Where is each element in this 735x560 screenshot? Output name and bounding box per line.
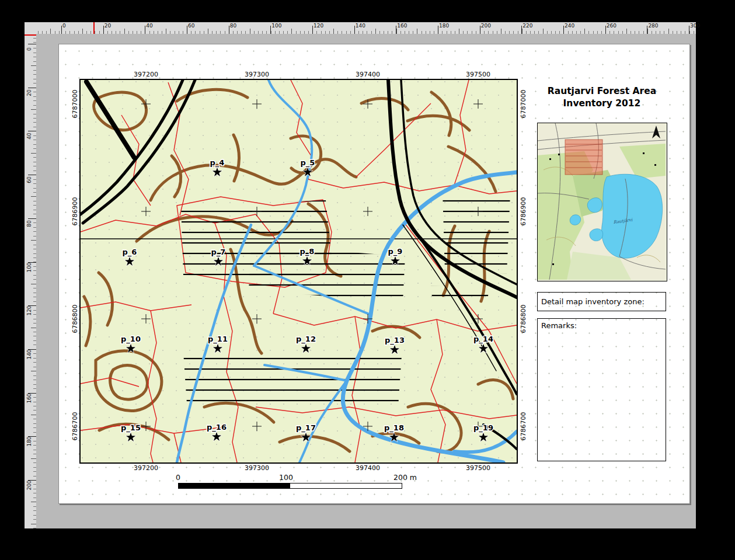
ruler-corner [25, 22, 37, 34]
ruler-tick [103, 26, 104, 34]
ruler-tick [312, 26, 313, 34]
grid-coordinate-label: 397500 [466, 464, 490, 472]
grid-coordinate-label: 6787000 [71, 90, 79, 119]
scalebar-label: 0 [176, 473, 180, 482]
scalebar-segment-white [290, 483, 402, 489]
ruler-tick-label: 200 [481, 23, 491, 29]
sample-point-label: p_15 [121, 423, 141, 433]
ruler-tick-label: 100 [271, 23, 281, 29]
ruler-tick [438, 26, 438, 34]
grid-coordinate-label: 397300 [245, 464, 269, 472]
ruler-tick-label: 60 [26, 173, 32, 186]
overview-map-canvas: Rautjärvi [538, 123, 666, 280]
ruler-tick-label: 140 [26, 348, 32, 361]
ruler-tick [480, 26, 480, 34]
sample-point-label: p_18 [384, 423, 404, 433]
grid-coordinate-label: 6786700 [71, 412, 79, 441]
sample-point-label: p_9 [388, 247, 403, 256]
sample-point-label: p_19 [473, 423, 493, 433]
ruler-tick-label: 40 [26, 130, 32, 142]
ruler-tick [229, 26, 229, 34]
sample-point-label: p_6 [123, 248, 137, 257]
grid-coordinate-label: 397200 [134, 464, 158, 472]
scalebar-item[interactable] [178, 483, 402, 489]
ruler-tick-label: 160 [397, 23, 407, 29]
grid-coordinate-label: 397400 [356, 464, 380, 472]
ruler-tick-label: 20 [26, 86, 32, 99]
grid-coordinate-label: 6786900 [71, 197, 79, 226]
ruler-tick [647, 26, 647, 34]
ruler-tick-label: 300 [690, 23, 700, 29]
sample-point-label: p_7 [211, 248, 226, 257]
grid-coordinate-label: 6786800 [71, 305, 79, 333]
ruler-tick-label: 280 [648, 23, 658, 29]
remarks-label: Remarks: [541, 321, 577, 330]
ruler-tick-label: 180 [26, 435, 32, 448]
scalebar-segment-black [178, 483, 290, 489]
ruler-tick-label: 140 [356, 23, 365, 29]
map-frame[interactable]: p_4p_5p_6p_7p_8p_9p_10p_11p_12p_13p_14p_… [79, 79, 518, 464]
grid-coordinate-label: 6786900 [520, 197, 527, 226]
ruler-tick-label: 20 [104, 23, 111, 29]
sample-point-label: p_14 [473, 335, 493, 344]
grid-coordinate-label: 6787000 [520, 90, 527, 119]
sample-point-label: p_10 [121, 335, 141, 344]
map-title-line2: Inventory 2012 [537, 98, 667, 110]
map-title[interactable]: Rautjarvi Forest Area Inventory 2012 [537, 85, 667, 110]
grid-coordinate-label: 397500 [466, 71, 490, 78]
ruler-tick-label: 260 [607, 23, 616, 29]
ruler-tick [61, 26, 62, 34]
remarks-box[interactable]: Remarks: [537, 318, 666, 461]
horizontal-ruler[interactable]: 0204060801001201401601802002202402602803… [36, 22, 696, 34]
ruler-tick-label: 200 [26, 479, 32, 492]
ruler-tick [396, 26, 396, 34]
ruler-cursor-marker-v [25, 34, 36, 36]
ruler-tick-label: 100 [26, 261, 32, 274]
sample-point-label: p_5 [301, 158, 315, 168]
sample-point-label: p_13 [385, 336, 405, 345]
sample-point-label: p_11 [208, 335, 228, 344]
detail-zone-label: Detail map inventory zone: [541, 297, 645, 306]
ruler-tick-label: 180 [439, 23, 449, 29]
ruler-tick-label: 80 [26, 217, 32, 230]
ruler-tick [563, 26, 564, 34]
grid-coordinate-label: 6786800 [520, 305, 527, 333]
ruler-tick [354, 26, 355, 34]
ruler-tick [270, 26, 271, 34]
qgis-layout-window: 0204060801001201401601802002202402602803… [0, 0, 735, 560]
overview-highlight-zone [565, 140, 602, 175]
sample-point-label: p_12 [296, 335, 316, 344]
ruler-cursor-marker-h [93, 22, 95, 34]
grid-coordinate-label: 397300 [245, 71, 269, 78]
map-title-line1: Rautjarvi Forest Area [537, 85, 667, 98]
ruler-tick-label: 220 [522, 23, 532, 29]
ruler-tick [187, 26, 187, 34]
ruler-tick [689, 26, 689, 34]
ruler-tick [521, 26, 522, 34]
map-canvas: p_4p_5p_6p_7p_8p_9p_10p_11p_12p_13p_14p_… [81, 80, 517, 462]
grid-coordinate-label: 397400 [356, 71, 380, 78]
ruler-tick-label: 80 [230, 23, 236, 29]
scalebar-label: 200 m [393, 473, 417, 482]
detail-zone-box[interactable]: Detail map inventory zone: [537, 292, 666, 311]
vertical-ruler[interactable]: 020406080100120140160180200 [25, 34, 37, 528]
grid-coordinate-label: 6786700 [520, 412, 527, 441]
ruler-tick-label: 60 [188, 23, 194, 29]
grid-coordinate-label: 397200 [134, 71, 158, 78]
ruler-tick-label: 0 [26, 43, 32, 55]
sample-point-label: p_16 [207, 423, 227, 432]
scalebar-label: 100 [279, 473, 293, 482]
ruler-tick-label: 160 [26, 392, 32, 405]
sample-point-label: p_8 [300, 247, 315, 256]
ruler-tick-label: 0 [62, 23, 66, 29]
ruler-tick [605, 26, 606, 34]
ruler-tick-label: 240 [565, 23, 574, 29]
ruler-tick [145, 26, 145, 34]
sample-point-label: p_4 [210, 158, 225, 168]
ruler-tick-label: 120 [313, 23, 323, 29]
overview-map-item[interactable]: Rautjärvi [537, 123, 667, 281]
ruler-tick-label: 40 [146, 23, 152, 29]
ruler-tick-label: 120 [26, 304, 32, 317]
sample-point-label: p_17 [296, 423, 316, 433]
